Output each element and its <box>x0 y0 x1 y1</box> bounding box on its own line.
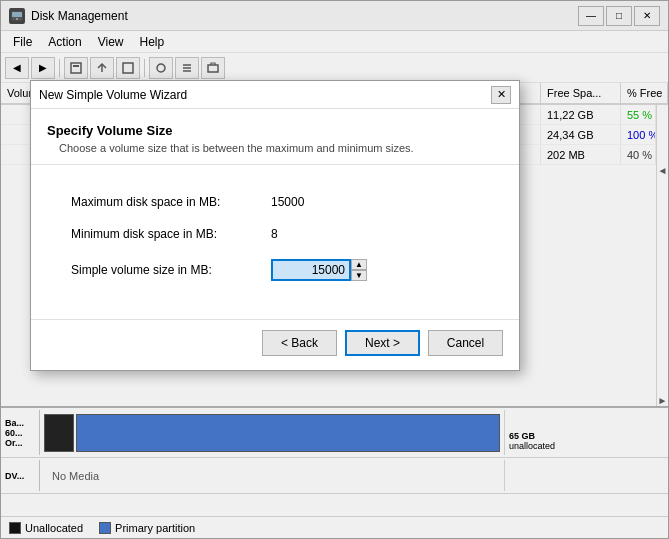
toolbar-btn-6[interactable] <box>201 57 225 79</box>
disk-row-1: Ba... 60... Or... 65 GB unallocate <box>1 408 668 458</box>
toolbar-btn-4[interactable] <box>149 57 173 79</box>
close-button[interactable]: ✕ <box>634 6 660 26</box>
disk-segment-partition[interactable] <box>76 414 500 452</box>
wizard-header-title: Specify Volume Size <box>47 123 503 138</box>
svg-rect-1 <box>12 12 22 17</box>
max-disk-label: Maximum disk space in MB: <box>71 195 271 209</box>
legend-swatch-primary <box>99 522 111 534</box>
svg-rect-6 <box>123 63 133 73</box>
min-disk-value: 8 <box>271 227 278 241</box>
volume-size-input-wrap: ▲ ▼ <box>271 259 367 281</box>
col-freespace[interactable]: Free Spa... <box>541 83 621 103</box>
svg-rect-4 <box>73 65 79 67</box>
spinner-down-button[interactable]: ▼ <box>351 270 367 281</box>
cancel-button[interactable]: Cancel <box>428 330 503 356</box>
wizard-header-subtitle: Choose a volume size that is between the… <box>47 142 503 154</box>
spinner-up-button[interactable]: ▲ <box>351 259 367 270</box>
app-icon <box>9 8 25 24</box>
forward-button[interactable]: ▶ <box>31 57 55 79</box>
volume-size-input[interactable] <box>271 259 351 281</box>
no-media-text: No Media <box>52 470 99 482</box>
wizard-titlebar: New Simple Volume Wizard ✕ <box>31 81 519 109</box>
legend-bar: Unallocated Primary partition <box>1 516 668 538</box>
menu-help[interactable]: Help <box>132 33 173 51</box>
percentfree-2: 100 % <box>621 125 656 144</box>
freespace-3: 202 MB <box>541 145 621 164</box>
disk-area: Ba... 60... Or... 65 GB unallocate <box>1 406 668 516</box>
maximize-button[interactable]: □ <box>606 6 632 26</box>
legend-label-primary: Primary partition <box>115 522 195 534</box>
svg-point-7 <box>157 64 165 72</box>
window-title: Disk Management <box>31 9 578 23</box>
scroll-right-arrow[interactable]: ► <box>657 395 669 406</box>
percentfree-3: 40 % <box>621 145 656 164</box>
disk-label-2: DV... <box>5 460 40 491</box>
toolbar: ◀ ▶ <box>1 53 668 83</box>
legend-label-unallocated: Unallocated <box>25 522 83 534</box>
volume-size-spinner: ▲ ▼ <box>351 259 367 281</box>
wizard-body: Maximum disk space in MB: 15000 Minimum … <box>31 165 519 319</box>
next-button[interactable]: Next > <box>345 330 420 356</box>
toolbar-separator-1 <box>59 59 60 77</box>
wizard-title: New Simple Volume Wizard <box>39 88 491 102</box>
wizard-header: Specify Volume Size Choose a volume size… <box>31 109 519 165</box>
disk-right-panel: 65 GB unallocated <box>504 410 664 455</box>
wizard-footer: < Back Next > Cancel <box>31 319 519 370</box>
toolbar-btn-3[interactable] <box>116 57 140 79</box>
volume-size-label: Simple volume size in MB: <box>71 263 271 277</box>
wizard-dialog: New Simple Volume Wizard ✕ Specify Volum… <box>30 80 520 371</box>
scroll-left-arrow[interactable]: ◄ <box>657 165 669 176</box>
wizard-close-button[interactable]: ✕ <box>491 86 511 104</box>
title-bar: Disk Management — □ ✕ <box>1 1 668 31</box>
legend-unallocated: Unallocated <box>9 522 83 534</box>
svg-rect-8 <box>208 65 218 72</box>
legend-swatch-unallocated <box>9 522 21 534</box>
back-button[interactable]: ◀ <box>5 57 29 79</box>
col-percentfree[interactable]: % Free <box>621 83 668 103</box>
menu-file[interactable]: File <box>5 33 40 51</box>
disk-bar-2: No Media <box>40 460 504 491</box>
freespace-2: 24,34 GB <box>541 125 621 144</box>
menu-action[interactable]: Action <box>40 33 89 51</box>
svg-rect-3 <box>71 63 81 73</box>
max-disk-value: 15000 <box>271 195 304 209</box>
disk-bar-1 <box>40 410 504 455</box>
wizard-field-min: Minimum disk space in MB: 8 <box>71 227 479 241</box>
svg-point-2 <box>16 18 18 20</box>
disk-row-2: DV... No Media <box>1 458 668 494</box>
disk-label-1: Ba... 60... Or... <box>5 410 40 455</box>
toolbar-btn-2[interactable] <box>90 57 114 79</box>
window-controls: — □ ✕ <box>578 6 660 26</box>
menu-bar: File Action View Help <box>1 31 668 53</box>
wizard-field-max: Maximum disk space in MB: 15000 <box>71 195 479 209</box>
toolbar-btn-5[interactable] <box>175 57 199 79</box>
back-button[interactable]: < Back <box>262 330 337 356</box>
legend-primary: Primary partition <box>99 522 195 534</box>
wizard-field-size: Simple volume size in MB: ▲ ▼ <box>71 259 479 281</box>
toolbar-btn-1[interactable] <box>64 57 88 79</box>
disk-segment-header <box>44 414 74 452</box>
min-disk-label: Minimum disk space in MB: <box>71 227 271 241</box>
toolbar-separator-2 <box>144 59 145 77</box>
menu-view[interactable]: View <box>90 33 132 51</box>
minimize-button[interactable]: — <box>578 6 604 26</box>
percentfree-1: 55 % <box>621 105 656 124</box>
freespace-1: 11,22 GB <box>541 105 621 124</box>
